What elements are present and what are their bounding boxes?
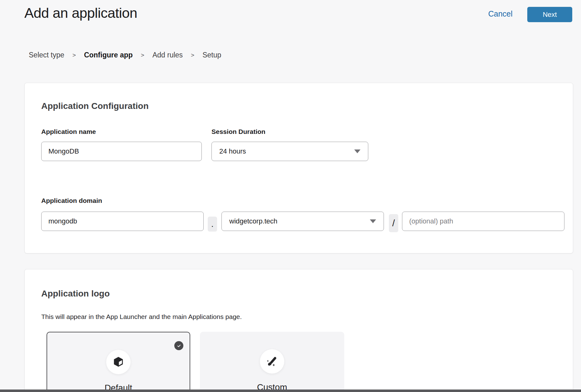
page-title: Add an application: [24, 5, 137, 21]
selected-check-icon: [174, 341, 183, 350]
cancel-button[interactable]: Cancel: [488, 9, 513, 18]
chevron-down-icon: [354, 149, 360, 153]
step-configure-app[interactable]: Configure app: [84, 51, 133, 59]
domain-select[interactable]: widgetcorp.tech: [221, 212, 384, 231]
session-duration-value: 24 hours: [219, 147, 246, 155]
session-duration-select[interactable]: 24 hours: [211, 142, 368, 161]
logo-option-custom[interactable]: Custom: [200, 332, 344, 392]
application-name-label: Application name: [41, 128, 96, 135]
application-name-input[interactable]: [41, 142, 202, 161]
logo-option-default[interactable]: Default: [47, 332, 190, 392]
application-logo-card: Application logo This will appear in the…: [24, 269, 573, 392]
step-separator: >: [141, 52, 144, 59]
step-separator: >: [191, 52, 194, 59]
path-slash-separator: /: [389, 214, 398, 232]
next-button[interactable]: Next: [527, 7, 572, 22]
step-select-type[interactable]: Select type: [29, 51, 64, 59]
session-duration-label: Session Duration: [211, 128, 266, 135]
bottom-edge-bar: [0, 390, 581, 392]
paintbrush-icon: [266, 355, 279, 368]
custom-logo-circle: [260, 349, 284, 374]
default-logo-circle: [106, 350, 131, 374]
wizard-steps: Select type > Configure app > Add rules …: [29, 51, 221, 59]
cube-icon: [112, 356, 124, 368]
step-separator: >: [72, 52, 76, 59]
step-setup[interactable]: Setup: [202, 51, 221, 59]
logo-heading: Application logo: [41, 289, 110, 298]
configuration-heading: Application Configuration: [41, 102, 149, 110]
subdomain-input[interactable]: [41, 212, 204, 231]
domain-dot-separator: .: [208, 217, 217, 232]
application-domain-label: Application domain: [41, 197, 102, 204]
step-add-rules[interactable]: Add rules: [152, 51, 183, 59]
logo-description: This will appear in the App Launcher and…: [41, 312, 242, 321]
domain-value: widgetcorp.tech: [229, 217, 277, 225]
chevron-down-icon: [370, 219, 376, 223]
path-input[interactable]: [402, 212, 564, 231]
application-configuration-card: Application Configuration Application na…: [24, 83, 573, 253]
